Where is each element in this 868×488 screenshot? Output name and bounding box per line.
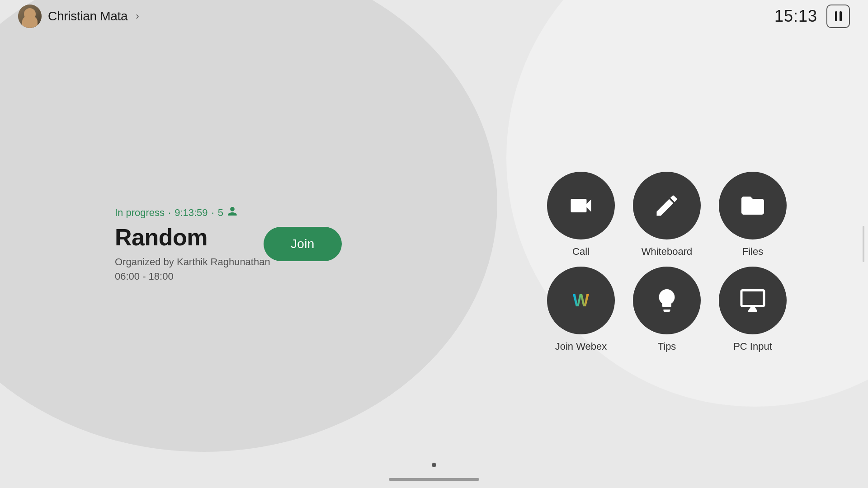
avatar xyxy=(18,5,42,28)
whiteboard-label: Whiteboard xyxy=(642,246,693,258)
files-circle xyxy=(719,172,787,239)
user-profile-button[interactable]: Christian Mata › xyxy=(18,5,139,28)
call-action[interactable]: Call xyxy=(547,172,615,258)
call-label: Call xyxy=(572,246,590,258)
meeting-section: In progress · 9:13:59 · 5 Random Organiz… xyxy=(115,206,270,282)
meeting-title: Random xyxy=(115,224,270,251)
tips-label: Tips xyxy=(658,341,676,352)
join-webex-action[interactable]: W Join Webex xyxy=(547,267,615,352)
pc-input-action[interactable]: PC Input xyxy=(719,267,787,352)
person-icon xyxy=(227,206,238,219)
actions-grid: Call Whiteboard Files W xyxy=(547,172,787,352)
files-action[interactable]: Files xyxy=(719,172,787,258)
header-right: 15:13 xyxy=(774,5,850,28)
page-indicator-dot xyxy=(432,463,436,467)
meeting-organizer: Organized by Karthik Raghunathan xyxy=(115,256,270,268)
meeting-time-range: 06:00 - 18:00 xyxy=(115,271,270,282)
call-circle xyxy=(547,172,615,239)
clock-display: 15:13 xyxy=(774,7,817,26)
pc-input-label: PC Input xyxy=(733,341,772,352)
pc-input-circle xyxy=(719,267,787,334)
join-webex-circle: W xyxy=(547,267,615,334)
webex-icon: W xyxy=(563,282,599,319)
meeting-status: In progress · 9:13:59 · 5 xyxy=(115,206,270,219)
whiteboard-circle xyxy=(633,172,701,239)
join-webex-label: Join Webex xyxy=(555,341,607,352)
folder-icon xyxy=(739,192,766,219)
whiteboard-action[interactable]: Whiteboard xyxy=(633,172,701,258)
files-label: Files xyxy=(742,246,763,258)
svg-text:W: W xyxy=(573,291,589,310)
attendees-count: 5 xyxy=(218,206,223,218)
video-camera-icon xyxy=(567,192,594,219)
monitor-icon xyxy=(739,287,766,314)
scroll-indicator xyxy=(863,226,864,262)
header: Christian Mata › 15:13 xyxy=(0,0,868,33)
pause-button[interactable] xyxy=(826,5,850,28)
status-text: In progress xyxy=(115,206,165,218)
separator-1: · xyxy=(168,206,171,218)
pause-icon xyxy=(835,11,842,21)
tips-action[interactable]: Tips xyxy=(633,267,701,352)
separator-2: · xyxy=(212,206,214,218)
timer-text: 9:13:59 xyxy=(175,206,208,218)
user-name: Christian Mata xyxy=(48,9,127,23)
chevron-right-icon: › xyxy=(136,10,139,22)
pen-icon xyxy=(653,192,680,219)
join-button[interactable]: Join xyxy=(264,227,342,261)
home-indicator-bar xyxy=(389,478,479,481)
lightbulb-icon xyxy=(653,287,680,314)
tips-circle xyxy=(633,267,701,334)
